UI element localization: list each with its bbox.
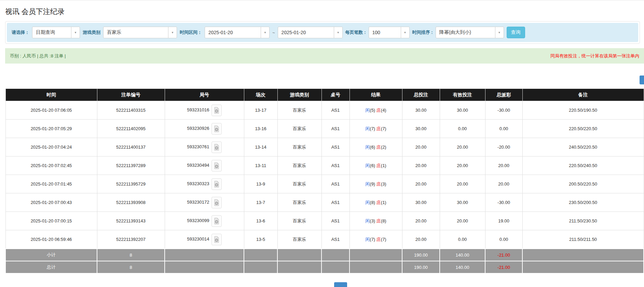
time-sort-select[interactable]: 降幂(由大到小) ▼ xyxy=(436,27,504,38)
cell-valid_bet: 20.00 xyxy=(440,138,485,156)
total-row: 总计8190.00140.00-21.00 xyxy=(5,261,644,273)
currency-summary-text: 币别 : 人民币 | 总共 :8 注单 | xyxy=(10,53,66,59)
cell-remark: 220.50/190.50 xyxy=(522,101,644,120)
chevron-down-icon: ▼ xyxy=(495,27,504,38)
column-header-9: 总派彩 xyxy=(485,89,522,101)
query-type-select[interactable]: 日期查询 ▼ xyxy=(32,27,80,38)
result-player_score: (6) xyxy=(370,145,375,150)
cell-payout: 0.00 xyxy=(485,120,522,138)
date-from-select[interactable]: 2025-01-20 ▼ xyxy=(205,27,270,38)
cell-bet_id: 522211393908 xyxy=(97,193,165,212)
result-banker: 庄 xyxy=(376,163,381,168)
search-button[interactable]: 查询 xyxy=(507,27,525,38)
page-title: 视讯 会员下注纪录 xyxy=(5,7,65,16)
result-banker_score: (1) xyxy=(381,163,386,168)
subtotal-cell-result xyxy=(350,249,402,261)
pagination-button[interactable] xyxy=(334,282,347,287)
cell-time: 2025-01-20 07:06:05 xyxy=(5,101,97,120)
result-player: 闲 xyxy=(365,237,370,242)
cell-total_bet[interactable]: 20.00 xyxy=(402,175,440,193)
result-banker: 庄 xyxy=(376,145,381,150)
table-row: 2025-01-20 07:05:29522211402095593230926… xyxy=(5,120,644,138)
total-cell-valid_bet: 140.00 xyxy=(440,261,485,273)
column-header-7: 总投注 xyxy=(402,89,440,101)
result-banker: 庄 xyxy=(376,181,381,187)
cell-payout: -30.00 xyxy=(485,101,522,120)
result-player_score: (3) xyxy=(370,218,375,223)
round-number: 593230323 xyxy=(187,181,209,186)
video-file-icon[interactable] xyxy=(211,215,222,227)
cell-time: 2025-01-20 07:00:15 xyxy=(5,212,97,230)
cell-bet_id: 522211392207 xyxy=(97,230,165,249)
subtotal-cell-table_no xyxy=(321,249,350,261)
chevron-down-icon: ▼ xyxy=(334,27,342,38)
cell-total_bet[interactable]: 20.00 xyxy=(402,138,440,156)
table-header-row: 时间注单编号局号场次游戏类别桌号结果总投注有效投注总派彩备注 xyxy=(5,89,644,101)
video-file-icon[interactable] xyxy=(211,123,222,135)
cell-total_bet[interactable]: 30.00 xyxy=(402,101,440,120)
video-file-icon[interactable] xyxy=(211,105,222,116)
result-player: 闲 xyxy=(365,126,370,131)
video-file-icon[interactable] xyxy=(211,178,222,190)
cell-time: 2025-01-20 06:59:46 xyxy=(5,230,97,249)
page-size-value: 100 xyxy=(369,30,401,35)
total-cell-table_no xyxy=(321,261,350,273)
cell-remark: 211.50/230.50 xyxy=(522,212,644,230)
cell-payout: -20.00 xyxy=(485,138,522,156)
cell-table_no: AS1 xyxy=(321,212,350,230)
table-row: 2025-01-20 06:59:46522211392207593230014… xyxy=(5,230,644,249)
result-banker_score: (8) xyxy=(381,218,386,223)
time-sort-label: 时间排序 : xyxy=(412,29,433,36)
cell-table_no: AS1 xyxy=(321,175,350,193)
cell-table_no: AS1 xyxy=(321,120,350,138)
video-file-icon[interactable] xyxy=(211,141,222,153)
date-to-select[interactable]: 2025-01-20 ▼ xyxy=(278,27,343,38)
cell-bet_id: 522211400137 xyxy=(97,138,165,156)
cell-round_id: 593230926 xyxy=(165,120,244,138)
cell-round_id: 593230494 xyxy=(165,156,244,175)
cell-payout: 19.00 xyxy=(485,212,522,230)
result-player_score: (7) xyxy=(370,237,375,242)
chevron-down-icon: ▼ xyxy=(261,27,269,38)
cell-round_id: 593230172 xyxy=(165,193,244,212)
column-header-4: 游戏类别 xyxy=(277,89,321,101)
cell-table_no: AS1 xyxy=(321,156,350,175)
cell-result: 闲(7) 庄(7) xyxy=(350,230,402,249)
total-cell-payout: -21.00 xyxy=(485,261,522,273)
cell-time: 2025-01-20 07:01:45 xyxy=(5,175,97,193)
game-type-select[interactable]: 百家乐 ▼ xyxy=(103,27,177,38)
cell-total_bet[interactable]: 20.00 xyxy=(402,230,440,249)
cell-session: 13-6 xyxy=(244,212,277,230)
cell-time: 2025-01-20 07:00:43 xyxy=(5,193,97,212)
cell-bet_id: 522211395729 xyxy=(97,175,165,193)
cell-total_bet[interactable]: 30.00 xyxy=(402,120,440,138)
result-player_score: (7) xyxy=(370,126,375,131)
video-file-icon[interactable] xyxy=(211,160,222,172)
cell-valid_bet: 20.00 xyxy=(440,212,485,230)
betting-records-page: 视讯 会员下注纪录 请选择： 日期查询 ▼ 游戏类别 百家乐 ▼ 时间区间： 2… xyxy=(0,0,644,287)
table-row: 2025-01-20 07:00:43522211393908593230172… xyxy=(5,193,644,212)
result-player: 闲 xyxy=(365,218,370,223)
chevron-down-icon: ▼ xyxy=(71,27,80,38)
video-file-icon[interactable] xyxy=(211,197,222,208)
cell-total_bet[interactable]: 30.00 xyxy=(402,193,440,212)
total-cell-bet_id: 8 xyxy=(97,261,165,273)
time-sort-value: 降幂(由大到小) xyxy=(436,29,495,36)
betting-records-table: 时间注单编号局号场次游戏类别桌号结果总投注有效投注总派彩备注 2025-01-2… xyxy=(5,88,644,274)
clipped-action-button[interactable] xyxy=(640,76,644,84)
result-banker_score: (7) xyxy=(381,126,386,131)
table-row: 2025-01-20 07:01:45522211395729593230323… xyxy=(5,175,644,193)
result-player: 闲 xyxy=(365,108,370,113)
cell-valid_bet: 0.00 xyxy=(440,120,485,138)
chevron-down-icon: ▼ xyxy=(401,27,409,38)
total-cell-result xyxy=(350,261,402,273)
cell-table_no: AS1 xyxy=(321,138,350,156)
result-player_score: (6) xyxy=(370,163,375,168)
cell-total_bet[interactable]: 20.00 xyxy=(402,156,440,175)
video-file-icon[interactable] xyxy=(211,234,222,245)
result-player: 闲 xyxy=(365,163,370,168)
cell-total_bet[interactable]: 20.00 xyxy=(402,212,440,230)
page-size-select[interactable]: 100 ▼ xyxy=(369,27,410,38)
result-banker_score: (3) xyxy=(381,181,386,187)
cell-bet_id: 522211402095 xyxy=(97,120,165,138)
